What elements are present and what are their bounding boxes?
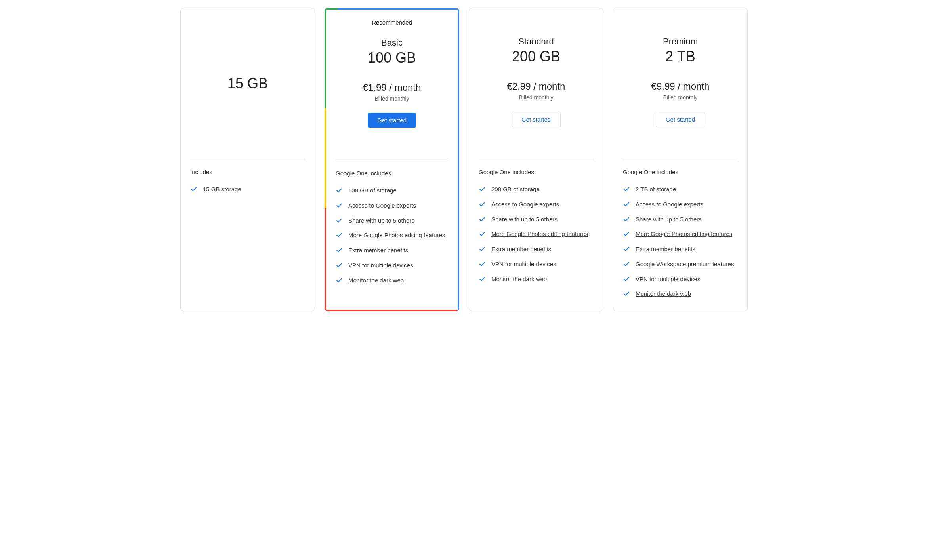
features-title: Google One includes: [623, 169, 738, 175]
feature-text: Extra member benefits: [636, 245, 695, 253]
plan-billing: Billed monthly: [336, 95, 448, 102]
feature-text: 15 GB storage: [203, 185, 241, 194]
feature-item: 15 GB storage: [190, 182, 305, 197]
feature-text: 200 GB of storage: [491, 185, 540, 194]
check-icon: [623, 186, 630, 193]
plan-storage: 200 GB: [479, 48, 594, 65]
feature-list: 15 GB storage: [190, 182, 305, 197]
feature-item: More Google Photos editing features: [336, 228, 448, 243]
feature-item: Share with up to 5 others: [623, 212, 738, 227]
plan-card-premium: Premium 2 TB €9.99 / month Billed monthl…: [613, 8, 748, 311]
feature-item: Extra member benefits: [479, 242, 594, 257]
feature-list: 2 TB of storageAccess to Google expertsS…: [623, 182, 738, 301]
feature-text: VPN for multiple devices: [348, 261, 413, 270]
feature-list: 100 GB of storageAccess to Google expert…: [336, 183, 448, 288]
check-icon: [623, 201, 630, 208]
check-icon: [623, 290, 630, 297]
check-icon: [336, 202, 343, 209]
plan-storage: 100 GB: [336, 50, 448, 66]
feature-item: Extra member benefits: [336, 243, 448, 258]
check-icon: [336, 232, 343, 239]
check-icon: [623, 230, 630, 238]
feature-item: Share with up to 5 others: [336, 213, 448, 228]
feature-item: More Google Photos editing features: [623, 227, 738, 242]
plan-card-basic: Recommended Basic 100 GB €1.99 / month B…: [325, 8, 459, 311]
check-icon: [479, 261, 486, 268]
check-icon: [336, 247, 343, 254]
get-started-button[interactable]: Get started: [656, 112, 705, 127]
plan-price: €1.99 / month: [336, 82, 448, 93]
features-title: Includes: [190, 169, 305, 175]
check-icon: [336, 262, 343, 269]
check-icon: [479, 230, 486, 238]
feature-text: 2 TB of storage: [636, 185, 676, 194]
check-icon: [479, 276, 486, 283]
feature-link[interactable]: More Google Photos editing features: [491, 230, 588, 238]
feature-text: Share with up to 5 others: [636, 215, 702, 224]
check-icon: [623, 276, 630, 283]
plan-price: €2.99 / month: [479, 81, 594, 92]
feature-link[interactable]: Google Workspace premium features: [636, 260, 734, 269]
plan-name: Basic: [336, 38, 448, 48]
check-icon: [623, 261, 630, 268]
get-started-button[interactable]: Get started: [368, 113, 416, 128]
get-started-button[interactable]: Get started: [512, 112, 561, 127]
plan-billing: Billed monthly: [623, 94, 738, 101]
plan-name: Standard: [479, 36, 594, 47]
feature-link[interactable]: More Google Photos editing features: [636, 230, 732, 238]
plan-storage: 15 GB: [190, 75, 305, 92]
feature-text: Share with up to 5 others: [348, 216, 414, 225]
feature-link[interactable]: Monitor the dark web: [348, 276, 404, 285]
plan-storage: 2 TB: [623, 48, 738, 65]
feature-item: Access to Google experts: [479, 197, 594, 212]
feature-link[interactable]: Monitor the dark web: [636, 290, 691, 298]
feature-item: More Google Photos editing features: [479, 227, 594, 242]
check-icon: [479, 216, 486, 223]
feature-link[interactable]: More Google Photos editing features: [348, 231, 445, 240]
feature-text: Access to Google experts: [636, 200, 703, 209]
feature-item: 2 TB of storage: [623, 182, 738, 197]
plan-billing: Billed monthly: [479, 94, 594, 101]
check-icon: [190, 186, 197, 193]
features-title: Google One includes: [479, 169, 594, 175]
feature-text: Extra member benefits: [348, 246, 408, 255]
feature-list: 200 GB of storageAccess to Google expert…: [479, 182, 594, 286]
feature-text: Share with up to 5 others: [491, 215, 558, 224]
feature-item: Google Workspace premium features: [623, 257, 738, 272]
check-icon: [479, 246, 486, 253]
feature-item: VPN for multiple devices: [623, 272, 738, 287]
feature-text: VPN for multiple devices: [491, 260, 556, 269]
plan-price: €9.99 / month: [623, 81, 738, 92]
feature-item: 200 GB of storage: [479, 182, 594, 197]
recommended-badge: Recommended: [336, 19, 448, 26]
check-icon: [336, 217, 343, 224]
feature-item: Access to Google experts: [336, 198, 448, 213]
feature-item: VPN for multiple devices: [336, 258, 448, 273]
feature-text: Extra member benefits: [491, 245, 551, 253]
feature-text: 100 GB of storage: [348, 186, 397, 195]
feature-text: Access to Google experts: [348, 201, 416, 210]
feature-item: Monitor the dark web: [479, 272, 594, 287]
check-icon: [479, 186, 486, 193]
feature-item: 100 GB of storage: [336, 183, 448, 198]
feature-item: Access to Google experts: [623, 197, 738, 212]
check-icon: [336, 187, 343, 194]
plan-card-free: 15 GB Includes 15 GB storage: [180, 8, 315, 311]
plan-card-standard: Standard 200 GB €2.99 / month Billed mon…: [469, 8, 603, 311]
features-title: Google One includes: [336, 170, 448, 177]
feature-text: Access to Google experts: [491, 200, 559, 209]
check-icon: [623, 246, 630, 253]
feature-item: Monitor the dark web: [623, 286, 738, 301]
check-icon: [623, 216, 630, 223]
feature-link[interactable]: Monitor the dark web: [491, 275, 547, 284]
feature-item: Monitor the dark web: [336, 273, 448, 288]
feature-item: Share with up to 5 others: [479, 212, 594, 227]
check-icon: [479, 201, 486, 208]
pricing-grid: 15 GB Includes 15 GB storage Recommended…: [8, 8, 920, 311]
plan-name: Premium: [623, 36, 738, 47]
feature-item: Extra member benefits: [623, 242, 738, 257]
feature-text: VPN for multiple devices: [636, 275, 700, 284]
check-icon: [336, 277, 343, 284]
feature-item: VPN for multiple devices: [479, 257, 594, 272]
